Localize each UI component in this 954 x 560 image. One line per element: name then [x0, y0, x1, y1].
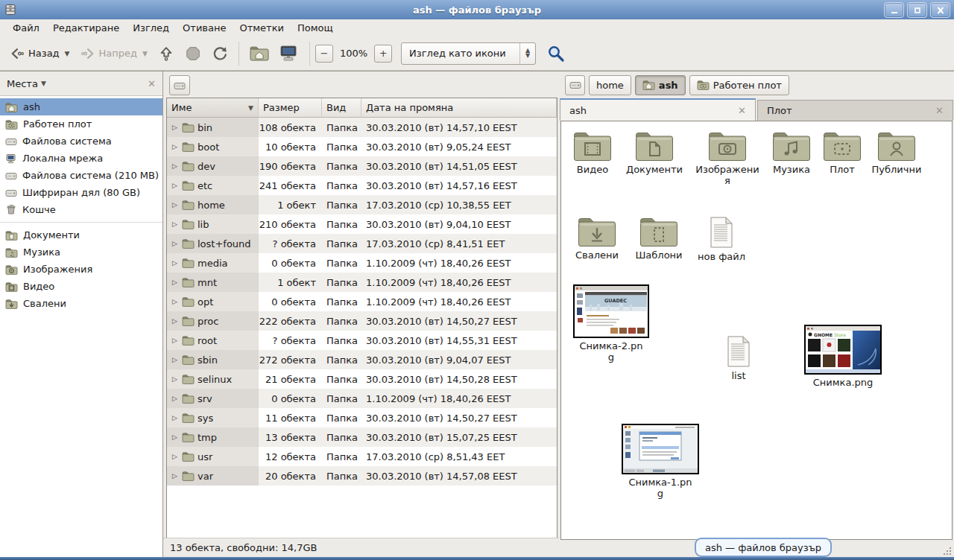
column-header-1[interactable]: Размер — [259, 98, 322, 118]
disclosure-triangle-icon[interactable]: ▷ — [171, 220, 179, 228]
search-button[interactable] — [545, 42, 567, 65]
up-button[interactable] — [153, 42, 180, 66]
sidebar-item-Кошче[interactable]: Кошче — [0, 201, 162, 218]
forward-dropdown-caret[interactable]: ▼ — [142, 50, 148, 57]
icon-item-Снимка-1.png[interactable]: Снимка-1.png — [625, 424, 696, 499]
sidebar-item-ash[interactable]: ash — [0, 98, 162, 115]
table-row[interactable]: ▷lost+found? обектаПапка17.03.2010 (ср) … — [167, 234, 557, 253]
column-header-3[interactable]: Дата на промяна — [361, 98, 557, 118]
disclosure-triangle-icon[interactable]: ▷ — [171, 395, 179, 402]
back-dropdown-caret[interactable]: ▼ — [65, 50, 70, 57]
tab-close-icon[interactable]: ✕ — [738, 105, 746, 116]
table-row[interactable]: ▷mnt1 обектПапка1.10.2009 (чт) 18,40,26 … — [167, 273, 557, 292]
sidebar-close-icon[interactable]: ✕ — [148, 78, 156, 89]
sidebar-item-Изображения[interactable]: Изображения — [0, 261, 162, 278]
maximize-button[interactable] — [907, 2, 927, 18]
sidebar-item-Файлова система[interactable]: Файлова система — [0, 133, 162, 150]
stop-button[interactable] — [180, 42, 206, 66]
table-row[interactable]: ▷opt0 обектаПапка1.10.2009 (чт) 18,40,26… — [167, 292, 557, 311]
table-row[interactable]: ▷dev190 обектаПапка30.03.2010 (вт) 14,51… — [167, 156, 557, 176]
disclosure-triangle-icon[interactable]: ▷ — [171, 472, 179, 480]
path-button-home[interactable]: home — [589, 75, 631, 95]
table-row[interactable]: ▷usr12 обектаПапка17.03.2010 (ср) 8,51,4… — [167, 447, 557, 466]
disclosure-triangle-icon[interactable]: ▷ — [171, 337, 179, 344]
icon-item-Изображения[interactable]: Изображения — [692, 130, 763, 186]
disclosure-triangle-icon[interactable]: ▷ — [171, 356, 179, 363]
table-row[interactable]: ▷media0 обектаПапка1.10.2009 (чт) 18,40,… — [167, 253, 557, 273]
sidebar-item-Документи[interactable]: Документи — [0, 226, 162, 244]
root-path-button[interactable] — [169, 75, 190, 95]
column-header-2[interactable]: Вид — [322, 98, 361, 118]
icon-view[interactable]: ВидеоДокументиИзображенияМузикаПлотПубли… — [560, 121, 953, 540]
icon-item-Снимка.png[interactable]: GNOMEStoreСнимка.png — [807, 325, 879, 388]
table-row[interactable]: ▷selinux21 обектаПапка30.03.2010 (вт) 14… — [167, 369, 557, 389]
table-row[interactable]: ▷var20 обектаПапка30.03.2010 (вт) 14,57,… — [167, 466, 557, 486]
menu-item-5[interactable]: Помощ — [291, 21, 340, 35]
icon-item-нов файл[interactable]: нов файл — [686, 216, 757, 262]
table-row[interactable]: ▷sbin272 обектаПапка30.03.2010 (вт) 9,04… — [167, 350, 557, 369]
icon-item-Шаблони[interactable]: Шаблони — [623, 216, 695, 261]
disclosure-triangle-icon[interactable]: ▷ — [171, 279, 179, 286]
menu-item-0[interactable]: Файл — [6, 21, 46, 35]
icon-item-Публични[interactable]: Публични — [861, 130, 932, 175]
path-button-root[interactable] — [565, 75, 585, 95]
table-row[interactable]: ▷proc222 обектаПапка30.03.2010 (вт) 14,5… — [167, 311, 557, 331]
computer-button[interactable] — [274, 42, 304, 66]
table-row[interactable]: ▷lib210 обектаПапка30.03.2010 (вт) 9,04,… — [167, 214, 557, 234]
table-row[interactable]: ▷root? обектаПапка30.03.2010 (вт) 14,55,… — [167, 331, 557, 350]
icon-item-Документи[interactable]: Документи — [619, 130, 690, 175]
minimize-button[interactable] — [884, 2, 904, 18]
path-button-Работен плот[interactable]: Работен плот — [689, 75, 789, 95]
forward-button[interactable]: Напред ▼ — [75, 42, 153, 65]
sidebar-item-Шифриран дял (80 GB)[interactable]: Шифриран дял (80 GB) — [0, 184, 162, 201]
disclosure-triangle-icon[interactable]: ▷ — [171, 259, 179, 267]
disclosure-triangle-icon[interactable]: ▷ — [171, 240, 179, 247]
zoom-in-button[interactable]: + — [374, 45, 392, 63]
disclosure-triangle-icon[interactable]: ▷ — [171, 162, 179, 170]
table-row[interactable]: ▷srv0 обектаПапка1.10.2009 (чт) 18,40,26… — [167, 389, 557, 408]
disclosure-triangle-icon[interactable]: ▷ — [171, 453, 179, 460]
disclosure-triangle-icon[interactable]: ▷ — [171, 433, 179, 441]
tab-ash[interactable]: ash✕ — [560, 98, 756, 121]
disclosure-triangle-icon[interactable]: ▷ — [171, 201, 179, 209]
icon-item-Свалени[interactable]: Свалени — [561, 216, 633, 261]
table-row[interactable]: ▷tmp13 обектаПапка30.03.2010 (вт) 15,07,… — [167, 427, 557, 447]
disclosure-triangle-icon[interactable]: ▷ — [171, 298, 179, 305]
menu-item-4[interactable]: Отметки — [233, 21, 290, 35]
reload-button[interactable] — [206, 42, 233, 66]
sidebar-item-Видео[interactable]: Видео — [0, 278, 162, 295]
sidebar-item-Работен плот[interactable]: Работен плот — [0, 115, 162, 133]
sidebar-item-Музика[interactable]: ♫Музика — [0, 244, 162, 261]
disclosure-triangle-icon[interactable]: ▷ — [171, 375, 179, 383]
sidebar-item-Свалени[interactable]: Свалени — [0, 295, 162, 312]
back-button[interactable]: Назад ▼ — [4, 42, 75, 65]
home-button[interactable] — [244, 42, 274, 65]
sidebar-item-Файлова система (210 MB)[interactable]: Файлова система (210 MB) — [0, 167, 162, 184]
menu-item-1[interactable]: Редактиране — [46, 21, 126, 35]
sidebar-title[interactable]: Места — [7, 78, 38, 89]
close-button[interactable] — [930, 2, 950, 18]
table-row[interactable]: ▷home1 обектПапка17.03.2010 (ср) 10,38,5… — [167, 195, 557, 214]
taskbar-window-label[interactable]: ash — файлов браузър — [695, 538, 832, 557]
disclosure-triangle-icon[interactable]: ▷ — [171, 124, 179, 131]
tab-close-icon[interactable]: ✕ — [935, 105, 944, 116]
path-button-ash[interactable]: ash — [635, 75, 686, 95]
icon-item-Снимка-2.png[interactable]: GUADECСнимка-2.png — [575, 284, 647, 363]
menu-item-3[interactable]: Отиване — [176, 21, 233, 35]
table-row[interactable]: ▷bin108 обектаПапка30.03.2010 (вт) 14,57… — [167, 118, 557, 137]
disclosure-triangle-icon[interactable]: ▷ — [171, 414, 179, 421]
view-mode-spinner[interactable]: ▲▼ — [519, 43, 535, 64]
tab-Плот[interactable]: Плот✕ — [757, 100, 953, 121]
column-header-0[interactable]: Име▼ — [167, 98, 259, 118]
resize-grip[interactable] — [943, 547, 952, 556]
disclosure-triangle-icon[interactable]: ▷ — [171, 317, 179, 325]
menu-item-2[interactable]: Изглед — [126, 21, 176, 35]
sidebar-item-Локална мрежа[interactable]: Локална мрежа — [0, 150, 162, 167]
zoom-out-button[interactable]: − — [315, 45, 333, 63]
disclosure-triangle-icon[interactable]: ▷ — [171, 143, 179, 150]
icon-item-Видео[interactable]: Видео — [557, 130, 628, 175]
disclosure-triangle-icon[interactable]: ▷ — [171, 182, 179, 189]
icon-item-list[interactable]: list — [703, 335, 774, 381]
table-row[interactable]: ▷sys11 обектаПапка30.03.2010 (вт) 14,50,… — [167, 408, 557, 427]
table-row[interactable]: ▷boot10 обектаПапка30.03.2010 (вт) 9,05,… — [167, 137, 557, 156]
